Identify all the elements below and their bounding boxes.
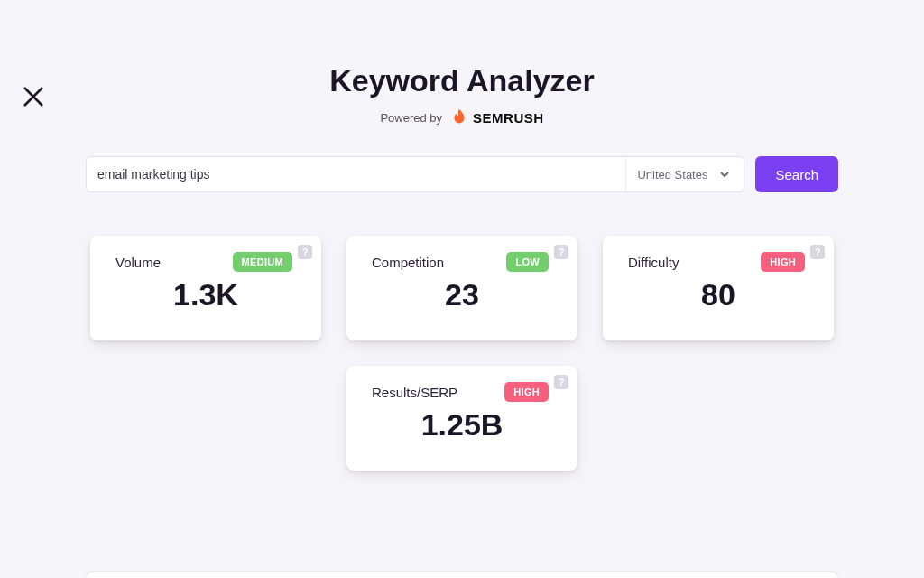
- semrush-flame-icon: [449, 107, 469, 127]
- search-bar: United States Search: [86, 156, 838, 192]
- metric-label: Difficulty: [628, 255, 679, 270]
- metric-badge: MEDIUM: [233, 252, 292, 272]
- semrush-logo: SEMRUSH: [449, 107, 544, 127]
- metric-badge: HIGH: [761, 252, 805, 272]
- metric-value: 1.3K: [116, 277, 296, 312]
- metric-value: 80: [628, 277, 808, 312]
- search-button[interactable]: Search: [755, 156, 838, 192]
- search-box: United States: [86, 156, 744, 192]
- chevron-down-icon: [713, 163, 736, 186]
- metric-card-results: ? Results/SERP HIGH 1.25B: [346, 366, 578, 471]
- help-icon[interactable]: ?: [810, 245, 825, 259]
- semrush-wordmark: SEMRUSH: [473, 110, 544, 126]
- close-icon: [20, 83, 47, 110]
- country-label: United States: [637, 168, 707, 182]
- keyword-input[interactable]: [97, 167, 625, 182]
- country-select[interactable]: United States: [625, 157, 744, 191]
- lower-panel: [86, 571, 838, 578]
- powered-by-label: Powered by: [380, 111, 442, 125]
- help-icon[interactable]: ?: [554, 375, 568, 389]
- metric-value: 23: [372, 277, 552, 312]
- help-icon[interactable]: ?: [554, 245, 568, 259]
- metric-card-volume: ? Volume MEDIUM 1.3K: [90, 236, 321, 340]
- metric-label: Volume: [116, 255, 161, 270]
- close-button[interactable]: [20, 83, 47, 110]
- metric-label: Results/SERP: [372, 385, 457, 400]
- metric-label: Competition: [372, 255, 444, 270]
- metric-card-difficulty: ? Difficulty HIGH 80: [603, 236, 834, 340]
- metric-card-competition: ? Competition LOW 23: [346, 236, 578, 340]
- metric-badge: HIGH: [504, 382, 549, 402]
- metric-value: 1.25B: [372, 407, 552, 443]
- page-title: Keyword Analyzer: [0, 63, 924, 98]
- powered-by-row: Powered by SEMRUSH: [0, 107, 924, 127]
- help-icon[interactable]: ?: [298, 245, 312, 259]
- metric-badge: LOW: [506, 252, 549, 272]
